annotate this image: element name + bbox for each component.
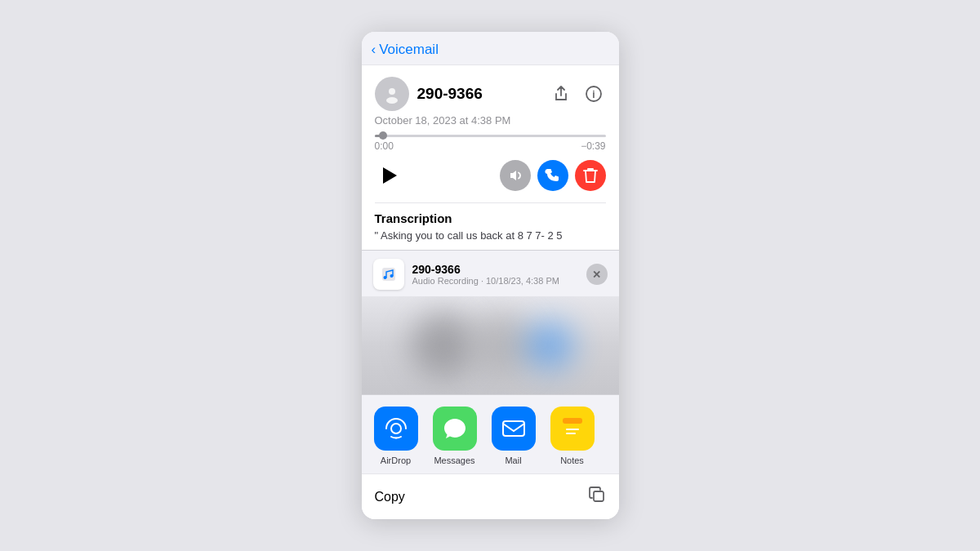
contact-left: 290-9366: [375, 77, 483, 111]
phone-container: ‹ Voicemail 290-9366: [362, 32, 619, 519]
transcription-section: Transcription " Asking you to call us ba…: [375, 202, 606, 250]
app-item-mail[interactable]: Mail: [486, 407, 541, 465]
contact-row: 290-9366 i: [375, 77, 606, 111]
svg-text:i: i: [592, 88, 595, 100]
apps-section: AirDrop Messages Mail: [362, 394, 619, 473]
date-text: October 18, 2023 at 4:38 PM: [375, 114, 606, 127]
share-header: 290-9366 Audio Recording · 10/18/23, 4:3…: [362, 250, 619, 296]
airdrop-area: [362, 296, 619, 394]
airdrop-label: AirDrop: [381, 455, 411, 465]
info-button[interactable]: i: [581, 82, 606, 106]
speaker-button[interactable]: [500, 160, 531, 191]
app-item-notes[interactable]: Notes: [545, 407, 600, 465]
back-arrow-icon[interactable]: ‹: [372, 42, 376, 58]
svg-rect-13: [594, 491, 604, 501]
svg-point-0: [389, 88, 395, 95]
transcription-title: Transcription: [375, 211, 606, 225]
current-time: 0:00: [375, 140, 394, 152]
call-button[interactable]: [537, 160, 568, 191]
copy-icon: [588, 486, 606, 508]
share-text-block: 290-9366 Audio Recording · 10/18/23, 4:3…: [412, 263, 559, 286]
avatar: [375, 77, 409, 111]
controls-row: [375, 160, 606, 191]
share-button[interactable]: [549, 82, 573, 106]
copy-label: Copy: [375, 490, 405, 504]
notes-label: Notes: [560, 455, 584, 465]
svg-point-7: [391, 424, 401, 433]
airdrop-icon: [374, 407, 418, 451]
copy-row[interactable]: Copy: [362, 473, 619, 519]
svg-point-5: [383, 276, 386, 279]
blur-blob-2: [468, 313, 533, 378]
notes-icon: [550, 407, 595, 451]
close-share-button[interactable]: ✕: [586, 264, 608, 285]
blur-blob-1: [411, 313, 476, 378]
share-info: 290-9366 Audio Recording · 10/18/23, 4:3…: [373, 259, 559, 290]
svg-point-1: [386, 97, 398, 104]
svg-point-6: [390, 274, 393, 278]
nav-title[interactable]: Voicemail: [379, 42, 439, 58]
play-button[interactable]: [375, 161, 404, 190]
app-item-messages[interactable]: Messages: [427, 407, 483, 465]
share-audio-icon: [373, 259, 404, 290]
svg-rect-10: [563, 418, 582, 424]
blur-blob-3: [525, 321, 574, 370]
share-title: 290-9366: [412, 263, 559, 276]
voicemail-detail: 290-9366 i October 18, 2023 at 4:38 PM: [362, 65, 619, 250]
contact-actions: i: [549, 82, 606, 106]
time-row: 0:00 −0:39: [375, 140, 606, 152]
mail-label: Mail: [505, 455, 521, 465]
apps-row: AirDrop Messages Mail: [368, 407, 612, 465]
share-subtitle: Audio Recording · 10/18/23, 4:38 PM: [412, 276, 559, 286]
messages-icon: [433, 407, 477, 451]
mail-icon: [492, 407, 536, 451]
transcription-text: " Asking you to call us back at 8 7 7- 2…: [375, 229, 606, 243]
delete-button[interactable]: [575, 160, 606, 191]
app-item-airdrop[interactable]: AirDrop: [368, 407, 424, 465]
svg-rect-8: [503, 421, 524, 436]
progress-dot: [379, 131, 387, 140]
nav-bar: ‹ Voicemail: [362, 32, 619, 65]
progress-bar[interactable]: [375, 135, 606, 137]
contact-number: 290-9366: [417, 85, 483, 103]
messages-label: Messages: [434, 455, 474, 465]
total-time: −0:39: [581, 140, 605, 152]
